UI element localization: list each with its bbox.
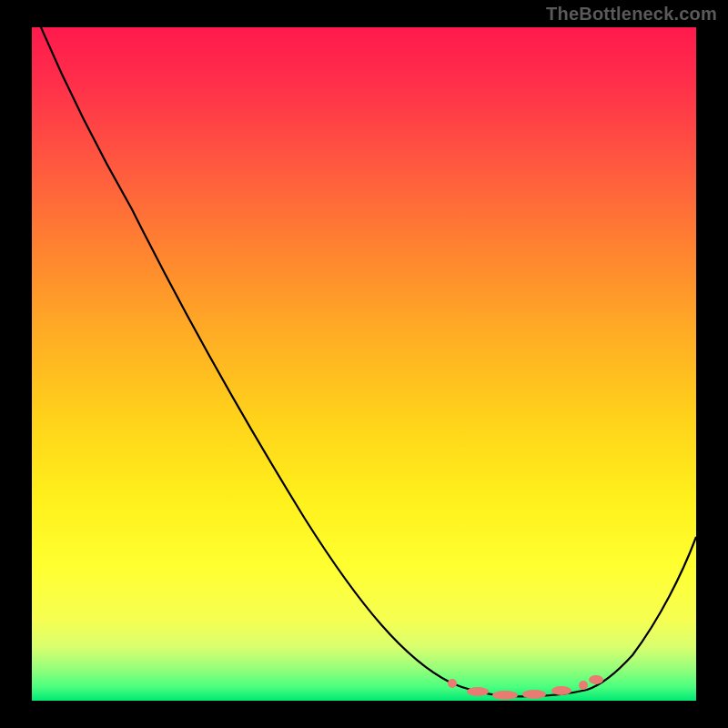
plot-area bbox=[32, 27, 696, 701]
svg-point-4 bbox=[551, 686, 571, 695]
chart-frame: TheBottleneck.com bbox=[0, 0, 728, 728]
svg-point-1 bbox=[467, 687, 489, 696]
svg-point-6 bbox=[589, 675, 603, 684]
watermark-text: TheBottleneck.com bbox=[546, 4, 717, 25]
optimal-region-markers bbox=[448, 675, 603, 700]
svg-point-5 bbox=[579, 681, 588, 690]
bottleneck-curve bbox=[41, 27, 696, 696]
curve-layer bbox=[32, 27, 696, 701]
svg-point-3 bbox=[522, 690, 546, 699]
svg-point-2 bbox=[492, 691, 518, 700]
svg-point-0 bbox=[448, 679, 457, 688]
